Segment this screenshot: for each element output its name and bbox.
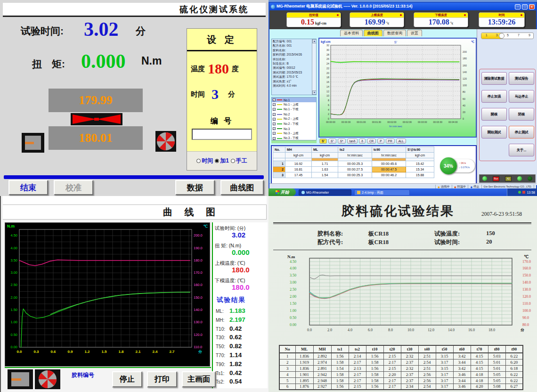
series-row-No.1[interactable]: ✓No.1 xyxy=(272,98,316,102)
scroll-up-icon[interactable]: ▲ xyxy=(312,39,317,43)
series-row-No.2 - 上模[interactable]: ✓No.2 - 上模 xyxy=(272,117,316,122)
curve-btn-ALL[interactable]: ALL xyxy=(396,139,407,144)
panel-btn-停止加温[interactable]: 停止加温 xyxy=(481,90,507,103)
tab-曲线图[interactable]: 曲线图 xyxy=(364,30,382,36)
svg-text:00:02:00: 00:02:00 xyxy=(387,121,397,123)
fan-icon[interactable] xyxy=(155,131,176,152)
mold-press-icon-2[interactable] xyxy=(8,369,33,389)
report-cell: 2:56 xyxy=(418,377,436,384)
tab-数据查询[interactable]: 数据查询 xyxy=(383,30,406,36)
panel-btn-关于...[interactable]: 关于... xyxy=(509,144,534,156)
maximize-button[interactable]: □ xyxy=(522,4,528,9)
batch-id-label: 编 号 xyxy=(187,116,257,126)
series-checkbox[interactable]: ✓ xyxy=(273,122,276,125)
slider-thumb[interactable] xyxy=(499,33,504,39)
svg-text:100: 100 xyxy=(463,84,467,87)
results-cell: 1.54 xyxy=(312,172,338,178)
curve-btn-CR[interactable]: CR xyxy=(367,139,376,144)
series-row-No.3 - 上模[interactable]: ✓No.3 - 上模 xyxy=(272,131,316,136)
info-line: 胶料名称: xyxy=(272,48,316,52)
start-button[interactable]: 开始 xyxy=(268,188,296,196)
results-data-row[interactable]: 216.811.6300:00:27.500:00:47.515.34 xyxy=(273,167,434,172)
series-color-swatch xyxy=(277,99,282,100)
svg-text:2.7: 2.7 xyxy=(169,350,175,354)
progress-slider[interactable]: 13579 xyxy=(481,33,534,39)
curve-btn-tanδ[interactable]: tanδ xyxy=(347,139,358,144)
svg-text:4.50: 4.50 xyxy=(10,233,17,237)
mode-radio-加1[interactable]: 加1 xyxy=(215,157,229,165)
speed-monitor-badge[interactable]: ↑ 0K/s ↓ 0.07K/s 34% xyxy=(440,157,476,175)
curve-btn-P[interactable]: P xyxy=(377,139,384,144)
series-row-No.2[interactable]: ✓No.2 xyxy=(272,112,316,117)
curve-btn-PR[interactable]: PR xyxy=(386,139,395,144)
panel-btn-開始測試[interactable]: 開始測試 xyxy=(481,126,507,139)
minimize-button[interactable]: ─ xyxy=(515,4,521,9)
mode-radio-时间[interactable]: 时间 xyxy=(196,157,213,165)
calibrate-button[interactable]: 校准 xyxy=(54,180,93,195)
results-data-row[interactable]: 317.451.5400:00:25.300:00:46.215.88 xyxy=(273,172,434,178)
test-time-value: 3.02 xyxy=(84,18,119,41)
set-time-value[interactable]: 3 xyxy=(212,86,219,102)
hmi-curve-chart: 0.00.30.60.91.21.51.82.12.42.70.000.501.… xyxy=(5,223,210,366)
panel-btn-马达停止[interactable]: 马达停止 xyxy=(509,90,534,103)
curve-btn-S'[interactable]: S' xyxy=(319,139,327,144)
series-checkbox[interactable]: ✓ xyxy=(273,113,276,116)
series-checkbox[interactable]: ✓ xyxy=(273,132,276,135)
series-checkbox[interactable]: ✓ xyxy=(273,98,276,101)
series-row-No.3[interactable]: ✓No.3 xyxy=(272,126,316,131)
mode-radio-手工[interactable]: 手工 xyxy=(231,157,247,165)
close-button[interactable]: ✕ xyxy=(529,4,535,9)
panel-btn-開模[interactable]: 開模 xyxy=(481,108,507,121)
taskbar: 开始 MG-Rheometer 2-4.bmp - 画图 13:58 xyxy=(268,188,537,196)
result-value: 0.62 xyxy=(229,334,242,341)
panel-btn-测试报告[interactable]: 测试报告 xyxy=(509,72,534,85)
batch-id-input[interactable] xyxy=(192,129,252,140)
curve-btn-δ[interactable]: δ xyxy=(359,139,366,144)
taskbar-task-paint[interactable]: 2-4.bmp - 画图 xyxy=(354,189,410,196)
gauge-strip: 扭矩值0.15kgf-cm上模温度169.99°c下模温度170.08°c时间1… xyxy=(269,10,536,29)
curve-btn-S*[interactable]: S* xyxy=(338,139,346,144)
task-icon-paint xyxy=(357,191,360,194)
stop-button[interactable]: 停止 xyxy=(112,371,142,387)
report-cell: 5 xyxy=(279,377,295,384)
end-button[interactable]: 结束 xyxy=(8,180,48,195)
svg-text:200: 200 xyxy=(463,50,467,53)
results-data-row[interactable]: 116.921.7100:00:25.300:00:45.615.42 xyxy=(273,161,434,167)
series-row-No.1 - 下模[interactable]: ✓No.1 - 下模 xyxy=(272,107,316,112)
report-cell: 1:54 xyxy=(331,365,349,371)
data-button[interactable]: 数据 xyxy=(175,180,215,195)
series-checkbox[interactable]: ✓ xyxy=(273,103,276,106)
panel-btn-閉模[interactable]: 閉模 xyxy=(509,108,534,121)
series-row-No.3 - 下模[interactable]: ✓No.3 - 下模 xyxy=(272,136,316,141)
tab-设置[interactable]: 设置 xyxy=(407,30,422,36)
print-button[interactable]: 打印 xyxy=(147,371,177,387)
curve-button[interactable]: 曲线图 xyxy=(220,180,264,195)
series-row-No.1 - 上模[interactable]: ✓No.1 - 上模 xyxy=(272,102,316,107)
curve-btn-S''[interactable]: S'' xyxy=(328,139,336,144)
tab-基本资料[interactable]: 基本资料 xyxy=(340,30,363,36)
series-checkbox[interactable]: ✓ xyxy=(273,118,276,121)
panel-btn-停止測試[interactable]: 停止測試 xyxy=(509,126,534,139)
svg-text:00:01:30: 00:01:30 xyxy=(372,121,382,123)
series-row-No.2 - 下模[interactable]: ✓No.2 - 下模 xyxy=(272,122,316,126)
system-tray[interactable]: 13:58 xyxy=(507,188,537,196)
series-checkbox[interactable]: ✓ xyxy=(273,137,276,140)
gauge-2: 下模温度170.08°c xyxy=(414,12,468,27)
series-checkbox[interactable]: ✓ xyxy=(273,108,276,111)
series-checkbox[interactable]: ✓ xyxy=(273,127,276,130)
svg-text:14: 14 xyxy=(326,85,329,88)
window-titlebar[interactable]: MG-Rheometer 电脑系统硫化试验机 ----- Ver. 1.0.0.… xyxy=(269,3,536,10)
mold-press-icon[interactable] xyxy=(22,133,44,153)
report-table: NoMLMHts1ts2t10t20t30t40t50t60t70t80t901… xyxy=(279,345,523,390)
settings-title: 设 定 xyxy=(187,29,257,46)
report-cell: 6:22 xyxy=(505,371,523,377)
panel-btn-清除测试数据[interactable]: 清除测试数据 xyxy=(481,72,507,85)
main-screen-button[interactable]: 主画面 xyxy=(182,371,216,387)
fan-icon-2[interactable] xyxy=(35,369,60,389)
set-temp-value[interactable]: 180 xyxy=(208,61,229,77)
taskbar-task-rheometer[interactable]: MG-Rheometer xyxy=(299,189,351,196)
info-scrollbar[interactable]: ▲ ▼ xyxy=(312,39,316,95)
scroll-down-icon[interactable]: ▼ xyxy=(312,90,317,95)
list-footer-strip xyxy=(271,140,317,143)
svg-text:0.6: 0.6 xyxy=(50,350,56,354)
